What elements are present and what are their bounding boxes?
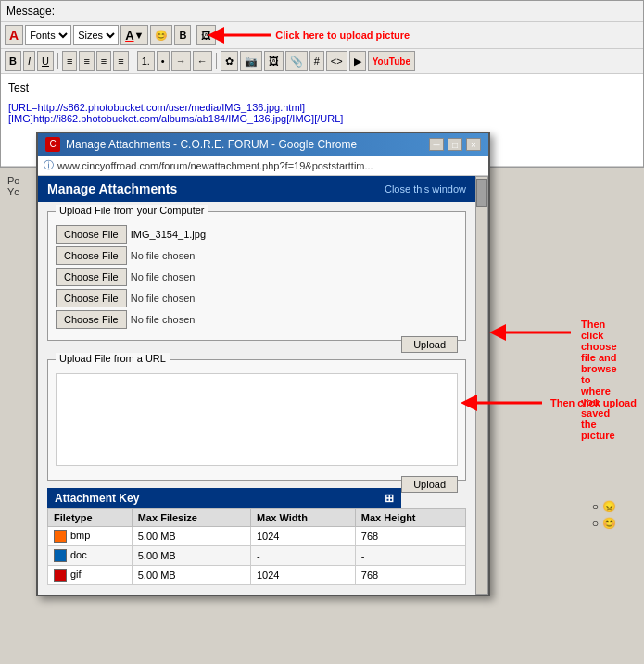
choose-file-btn-2[interactable]: Choose File [56,246,127,265]
smiley-sad: 😠 [602,500,616,513]
modal-header: Manage Attachments Close this window [38,176,475,202]
align-right-btn[interactable]: ≡ [96,51,111,71]
youtube-btn[interactable]: YouTube [368,51,415,71]
italic-btn[interactable]: I [23,51,35,71]
attachment-key-table: Filetype Max Filesize Max Width Max Heig… [47,508,466,585]
special1-btn[interactable]: ✿ [221,51,238,71]
col-filetype: Filetype [48,509,133,527]
file-row-5: Choose File No file chosen [56,310,458,329]
file-row-4: Choose File No file chosen [56,289,458,307]
attachment-key-header: Attachment Key ⊞ [47,488,401,508]
upload-annotation-area: Then click upload [473,389,637,417]
indent-btn[interactable]: → [171,51,191,71]
col-maxfilesize: Max Filesize [132,509,250,527]
upload-section-title: Upload File from your Computer [56,205,208,216]
message-label: Message: [1,1,643,22]
smiley-area: ○ 😠 ○ 😊 [592,500,616,530]
sizes-dropdown[interactable]: Sizes [73,25,119,45]
upload-picture-btn[interactable]: 🖼 [196,25,216,45]
special2-btn[interactable]: 📷 [240,51,262,71]
sep2 [133,53,133,69]
attachment-key-title: Attachment Key [55,492,139,505]
annotation-upload: Click here to upload picture [275,30,410,41]
editor-text2: [URL=http://s862.photobucket.com/user/me… [8,102,636,113]
bottom-text2: Yc [7,186,19,197]
col-maxheight: Max Height [355,509,465,527]
modal-titlebar-controls: ─ □ × [429,138,481,151]
url-section-title: Upload File from a URL [56,353,170,364]
annotation-middle-area: Then click choose file and browse to whe… [501,319,617,441]
align-justify-btn[interactable]: ≡ [113,51,128,71]
file-label-2: No file chosen [131,250,196,261]
modal-addressbar: ⓘ www.cincyoffroad.com/forum/newattachme… [38,156,488,176]
chrome-icon: C [45,137,60,152]
code-btn[interactable]: <> [326,51,347,71]
modal-url: www.cincyoffroad.com/forum/newattachment… [57,160,373,171]
modal-titlebar-left: C Manage Attachments - C.O.R.E. FORUM - … [45,137,357,152]
ol-btn[interactable]: 1. [137,51,155,71]
underline-btn[interactable]: U [37,51,54,71]
maximize-btn[interactable]: □ [448,138,462,151]
scrollbar-thumb[interactable] [476,179,487,207]
sep1 [57,53,58,69]
align-center-btn[interactable]: ≡ [79,51,94,71]
upload-url-btn[interactable]: Upload [401,476,458,493]
choose-file-btn-3[interactable]: Choose File [56,268,127,286]
modal-title: Manage Attachments - C.O.R.E. FORUM - Go… [66,138,357,151]
choose-file-btn-5[interactable]: Choose File [56,310,127,329]
url-textarea[interactable] [56,373,458,466]
bold-btn[interactable]: B [174,25,191,45]
media-btn[interactable]: ▶ [349,51,366,71]
modal-header-title: Manage Attachments [47,182,177,196]
hash-btn[interactable]: # [309,51,324,71]
sep3 [216,53,217,69]
smiley-btn[interactable]: 😊 [150,25,172,45]
upload-from-computer-section: Upload File from your Computer Choose Fi… [47,211,466,341]
ul-btn[interactable]: • [157,51,170,71]
message-area-wrapper: Test [URL=http://s862.photobucket.com/us… [1,74,643,167]
minimize-btn[interactable]: ─ [429,138,444,151]
outdent-btn[interactable]: ← [193,51,212,71]
toolbar-row1: A Fonts Sizes A▼ 😊 B 🖼 [1,22,643,49]
modal-header-close[interactable]: Close this window [385,183,466,194]
file-label-4: No file chosen [131,293,196,304]
upload-computer-btn[interactable]: Upload [401,336,458,353]
file-row-3: Choose File No file chosen [56,268,458,286]
toolbar-row2: B I U ≡ ≡ ≡ ≡ 1. • → ← ✿ 📷 🖼 📎 # <> ▶ Yo… [1,49,643,74]
radio-1[interactable]: ○ [592,500,599,513]
modal-window: C Manage Attachments - C.O.R.E. FORUM - … [36,132,490,596]
choose-file-btn-4[interactable]: Choose File [56,289,127,307]
upload-from-url-section: Upload File from a URL Upload [47,359,466,481]
font-icon-btn[interactable]: A [5,25,23,45]
file-row-1: Choose File IMG_3154_1.jpg [56,225,458,244]
info-icon: ⓘ [44,158,54,172]
radio-2[interactable]: ○ [592,517,599,530]
special4-btn[interactable]: 📎 [285,51,308,71]
file-label-3: No file chosen [131,271,196,282]
modal-scrollbar[interactable] [475,176,488,595]
file-label-1: IMG_3154_1.jpg [131,229,206,240]
modal-with-scroll: Manage Attachments Close this window Upl… [38,176,488,595]
bottom-text1: Po [7,175,19,186]
file-label-5: No file chosen [131,314,196,325]
choose-file-btn-1[interactable]: Choose File [56,225,127,244]
annotation-upload-btn: Then click upload [550,397,637,408]
page-container: Message: A Fonts Sizes A▼ 😊 B [0,0,644,223]
attachment-key-icon: ⊞ [385,492,394,505]
fonts-dropdown[interactable]: Fonts [25,25,71,45]
attachment-key-section: Attachment Key ⊞ Filetype Max Filesi [47,488,466,585]
modal-content: Manage Attachments Close this window Upl… [38,176,475,595]
bold-btn2[interactable]: B [5,51,21,71]
col-maxwidth: Max Width [251,509,356,527]
modal-titlebar: C Manage Attachments - C.O.R.E. FORUM - … [38,133,488,156]
modal-body: Upload File from your Computer Choose Fi… [38,202,475,595]
align-left-btn[interactable]: ≡ [62,51,77,71]
close-btn[interactable]: × [466,138,481,151]
font-color-btn[interactable]: A▼ [120,25,148,45]
annotation-choose-file: Then click choose file and browse to whe… [581,319,617,441]
editor-area[interactable]: Test [URL=http://s862.photobucket.com/us… [1,74,643,167]
editor-outer: Message: A Fonts Sizes A▼ 😊 B [0,0,644,168]
bottom-left: Po Yc [4,171,23,219]
special3-btn[interactable]: 🖼 [264,51,284,71]
editor-text1: Test [8,81,636,94]
